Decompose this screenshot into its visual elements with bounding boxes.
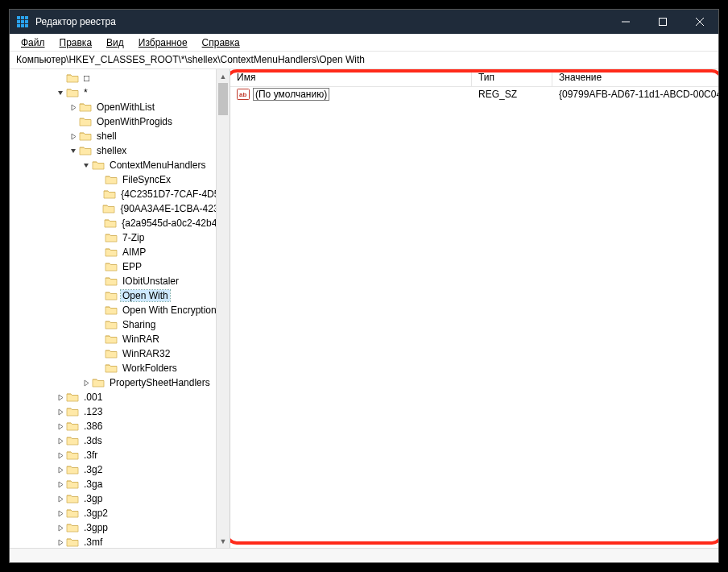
tree-item[interactable]: 7-Zip (10, 230, 230, 245)
tree-item[interactable]: {a2a9545d-a0c2-42b4-9 (10, 216, 230, 230)
chevron-right-icon[interactable] (68, 102, 79, 113)
chevron-right-icon[interactable] (55, 493, 66, 504)
scroll-thumb[interactable] (218, 83, 228, 115)
tree-item[interactable]: .3mf (10, 535, 230, 548)
chevron-right-icon[interactable] (55, 421, 66, 432)
folder-icon (66, 508, 79, 519)
column-type[interactable]: Тип (472, 69, 552, 86)
tree-item[interactable]: ContextMenuHandlers (10, 158, 230, 172)
chevron-right-icon[interactable] (55, 435, 66, 446)
tree-item[interactable]: .3gp2 (10, 506, 230, 520)
tree-item-label: .386 (82, 421, 104, 432)
svg-rect-8 (25, 24, 28, 27)
tree-scrollbar[interactable]: ▲ ▼ (216, 69, 230, 548)
close-button[interactable] (681, 10, 718, 34)
tree-item[interactable]: {4C2351D7-7CAF-4D5D (10, 187, 230, 201)
scroll-up-button[interactable]: ▲ (217, 69, 230, 83)
chevron-down-icon[interactable] (81, 160, 92, 171)
value-name-cell[interactable]: ab (По умолчанию) (230, 88, 472, 101)
column-value[interactable]: Значение (552, 69, 718, 86)
svg-rect-7 (21, 24, 24, 27)
tree-item[interactable]: □ (10, 71, 230, 85)
tree-item-label: 7-Zip (121, 232, 146, 243)
address-bar[interactable]: Компьютер\HKEY_CLASSES_ROOT\*\shellex\Co… (10, 52, 718, 69)
titlebar[interactable]: Редактор реестра (10, 10, 718, 34)
tree-item[interactable]: .3fr (10, 448, 230, 462)
string-value-icon: ab (237, 89, 250, 100)
folder-icon (66, 87, 79, 98)
menu-favorites[interactable]: Избранное (132, 35, 194, 50)
expander-none (93, 363, 105, 374)
expander-none (93, 334, 105, 345)
tree-item[interactable]: {90AA3A4E-1CBA-4233- (10, 201, 230, 216)
tree-item-label: .3mf (82, 537, 104, 548)
menu-file[interactable]: Файл (14, 35, 52, 50)
tree-item[interactable]: Sharing (10, 317, 230, 332)
folder-icon (66, 73, 79, 84)
tree-item-label: .3ga (82, 479, 104, 490)
tree-item[interactable]: IObitUnstaler (10, 274, 230, 288)
chevron-right-icon[interactable] (81, 377, 92, 388)
tree-item[interactable]: .123 (10, 404, 230, 419)
tree-item[interactable]: OpenWithProgids (10, 114, 230, 129)
folder-icon (66, 464, 79, 475)
chevron-right-icon[interactable] (68, 131, 79, 142)
tree-item-label: shellex (95, 145, 128, 156)
folder-icon (102, 203, 115, 214)
maximize-button[interactable] (644, 10, 681, 34)
tree-item[interactable]: AIMP (10, 245, 230, 259)
folder-icon (105, 290, 118, 301)
value-row[interactable]: ab (По умолчанию) REG_SZ {09799AFB-AD67-… (230, 87, 718, 102)
tree-item[interactable]: FileSyncEx (10, 172, 230, 187)
chevron-right-icon[interactable] (55, 464, 66, 475)
tree-item[interactable]: PropertySheetHandlers (10, 375, 230, 390)
value-type-cell: REG_SZ (472, 89, 552, 100)
menu-view[interactable]: Вид (100, 35, 130, 50)
tree-item[interactable]: shell (10, 129, 230, 143)
tree-item-label: {a2a9545d-a0c2-42b4-9 (120, 218, 226, 229)
chevron-right-icon[interactable] (55, 537, 66, 548)
chevron-right-icon[interactable] (55, 406, 66, 417)
expander-none (93, 305, 105, 316)
tree-item[interactable]: shellex (10, 143, 230, 158)
chevron-right-icon[interactable] (55, 522, 66, 533)
column-name[interactable]: Имя (230, 69, 472, 86)
menu-edit[interactable]: Правка (53, 35, 99, 50)
tree-item[interactable]: * (10, 85, 230, 100)
menu-help[interactable]: Справка (196, 35, 246, 50)
tree-item[interactable]: .386 (10, 419, 230, 433)
tree-item-label: EPP (121, 261, 143, 272)
tree-item[interactable]: OpenWithList (10, 100, 230, 114)
chevron-down-icon[interactable] (55, 87, 66, 98)
chevron-right-icon[interactable] (55, 479, 66, 490)
tree-item[interactable]: .3gp (10, 491, 230, 506)
tree-panel[interactable]: □*OpenWithListOpenWithProgidsshellshelle… (10, 69, 230, 548)
tree-item-label: .3gpp (82, 522, 110, 533)
tree-item[interactable]: Open With (10, 288, 230, 303)
values-panel[interactable]: Имя Тип Значение ab (По умолчанию) REG_S… (230, 69, 718, 548)
tree-item[interactable]: .3gpp (10, 520, 230, 535)
statusbar (10, 548, 718, 562)
tree-item[interactable]: .3ga (10, 477, 230, 491)
tree-item-label: OpenWithList (95, 102, 156, 113)
scroll-down-button[interactable]: ▼ (217, 534, 230, 548)
tree-item[interactable]: WinRAR (10, 332, 230, 346)
folder-icon (105, 348, 118, 359)
tree-item[interactable]: .3ds (10, 433, 230, 448)
minimize-button[interactable] (607, 10, 644, 34)
tree-item-label: □ (82, 73, 91, 84)
folder-icon (66, 406, 79, 417)
tree-item[interactable]: .3g2 (10, 462, 230, 477)
chevron-right-icon[interactable] (55, 392, 66, 403)
tree-item[interactable]: Open With EncryptionM (10, 303, 230, 317)
folder-icon (79, 116, 92, 127)
folder-icon (92, 160, 105, 171)
tree-item[interactable]: .001 (10, 390, 230, 404)
tree-item[interactable]: WorkFolders (10, 361, 230, 375)
tree-item[interactable]: EPP (10, 259, 230, 274)
chevron-right-icon[interactable] (55, 508, 66, 519)
chevron-right-icon[interactable] (55, 450, 66, 461)
tree-item[interactable]: WinRAR32 (10, 346, 230, 361)
value-name-edit[interactable]: (По умолчанию) (253, 88, 329, 101)
chevron-down-icon[interactable] (68, 145, 79, 156)
